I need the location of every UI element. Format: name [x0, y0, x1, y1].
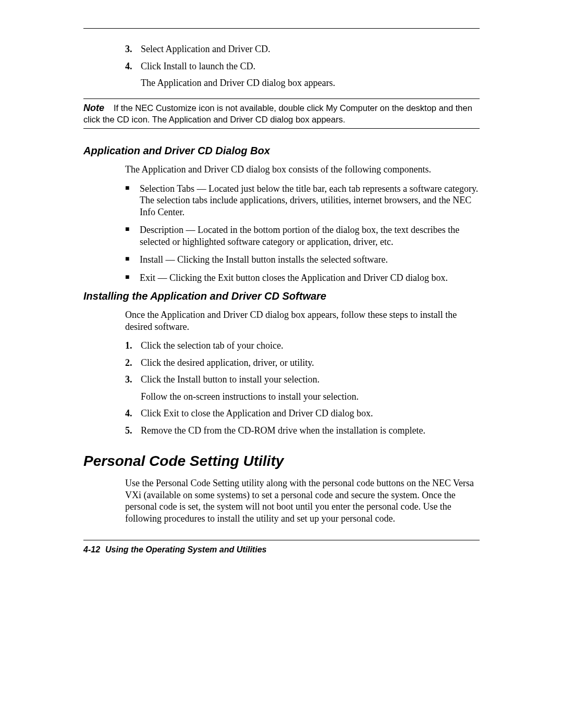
bullet-icon: ■: [125, 224, 140, 248]
step-text: Select Application and Driver CD.: [141, 43, 480, 55]
bullet-icon: ■: [125, 272, 140, 284]
page-content: 3. Select Application and Driver CD. 4. …: [0, 43, 563, 524]
step-number: 4.: [125, 408, 141, 419]
section2-steps: 1. Click the selection tab of your choic…: [125, 340, 480, 436]
section2-intro: Once the Application and Driver CD dialo…: [125, 309, 480, 332]
step-number: 2.: [125, 357, 141, 369]
step-number: 3.: [125, 374, 141, 402]
step-item: 4. Click Exit to close the Application a…: [125, 408, 480, 419]
step-number: 5.: [125, 425, 141, 437]
section3-body: Use the Personal Code Setting utility al…: [125, 477, 480, 524]
bullet-item: ■ Exit — Clicking the Exit button closes…: [125, 272, 480, 284]
section3-para: Use the Personal Code Setting utility al…: [125, 477, 480, 524]
bullet-item: ■ Selection Tabs — Located just below th…: [125, 183, 480, 218]
section1-intro: The Application and Driver CD dialog box…: [125, 164, 480, 176]
step-main: Click the Install button to install your…: [141, 374, 320, 385]
bullet-icon: ■: [125, 254, 140, 266]
section1-bullets: ■ Selection Tabs — Located just below th…: [125, 183, 480, 284]
bullet-text: Install — Clicking the Install button in…: [140, 254, 480, 266]
top-divider: [83, 28, 480, 29]
step-item: 1. Click the selection tab of your choic…: [125, 340, 480, 352]
step-text: Click the selection tab of your choice.: [141, 340, 480, 352]
note-text: If the NEC Customize icon is not availab…: [83, 103, 472, 124]
step-item: 4. Click Install to launch the CD. The A…: [125, 60, 480, 89]
step-item: 3. Select Application and Driver CD.: [125, 43, 480, 55]
footer-page-number: 4-12: [83, 545, 100, 554]
step-text: Remove the CD from the CD-ROM drive when…: [141, 425, 480, 437]
section2-body: Once the Application and Driver CD dialo…: [125, 309, 480, 436]
section-heading: Application and Driver CD Dialog Box: [83, 144, 480, 157]
step-number: 3.: [125, 43, 141, 55]
step-number: 4.: [125, 60, 141, 89]
step-text: Click the desired application, driver, o…: [141, 357, 480, 369]
note-box: NoteIf the NEC Customize icon is not ava…: [83, 98, 480, 129]
step-text: Click the Install button to install your…: [141, 374, 480, 402]
bullet-item: ■ Install — Clicking the Install button …: [125, 254, 480, 266]
note-bottom-rule: [83, 128, 480, 129]
main-heading: Personal Code Setting Utility: [83, 452, 480, 470]
section-heading: Installing the Application and Driver CD…: [83, 290, 480, 303]
step-main: Click Install to launch the CD.: [141, 61, 255, 71]
top-steps: 3. Select Application and Driver CD. 4. …: [125, 43, 480, 89]
bullet-item: ■ Description — Located in the bottom po…: [125, 224, 480, 248]
footer-title: Using the Operating System and Utilities: [105, 545, 266, 554]
step-follow: Follow the on-screen instructions to ins…: [141, 391, 480, 403]
section1-body: The Application and Driver CD dialog box…: [125, 164, 480, 283]
footer-divider: [83, 540, 480, 540]
step-text: Click Install to launch the CD. The Appl…: [141, 60, 480, 89]
page-footer: 4-12Using the Operating System and Utili…: [0, 545, 563, 555]
note-content: NoteIf the NEC Customize icon is not ava…: [83, 99, 480, 129]
bullet-text: Description — Located in the bottom port…: [140, 224, 480, 248]
bullet-text: Selection Tabs — Located just below the …: [140, 183, 480, 218]
step-text: Click Exit to close the Application and …: [141, 408, 480, 419]
step-item: 5. Remove the CD from the CD-ROM drive w…: [125, 425, 480, 437]
note-label: Note: [83, 103, 104, 113]
step-number: 1.: [125, 340, 141, 352]
step-item: 3. Click the Install button to install y…: [125, 374, 480, 402]
bullet-text: Exit — Clicking the Exit button closes t…: [140, 272, 480, 284]
step-item: 2. Click the desired application, driver…: [125, 357, 480, 369]
step-follow: The Application and Driver CD dialog box…: [141, 77, 480, 89]
bullet-icon: ■: [125, 183, 140, 218]
document-page: 3. Select Application and Driver CD. 4. …: [0, 0, 563, 555]
